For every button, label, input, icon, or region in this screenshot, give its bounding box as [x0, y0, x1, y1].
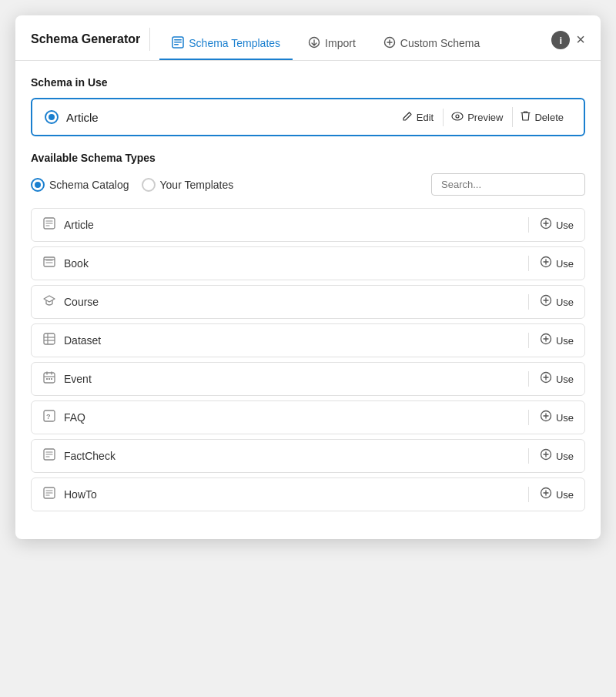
modal-header: Schema Generator Schema Templates [15, 15, 601, 61]
delete-button[interactable]: Delete [512, 107, 571, 127]
svg-rect-38 [46, 378, 48, 380]
modal-title: Schema Generator [31, 32, 140, 55]
howto-use-label: Use [556, 489, 574, 501]
schema-catalog-radio [31, 178, 45, 192]
factcheck-icon [42, 447, 56, 464]
schema-item-howto-left: HowTo [42, 486, 97, 503]
faq-use-container: Use [528, 410, 574, 425]
schema-in-use-left: Article [45, 110, 99, 124]
svg-text:?: ? [46, 413, 51, 421]
article-name: Article [64, 219, 94, 231]
article-use-button[interactable]: Use [540, 217, 574, 233]
faq-name: FAQ [64, 411, 85, 424]
svg-rect-3 [174, 44, 179, 45]
faq-icon: ? [42, 409, 56, 426]
preview-label: Preview [467, 112, 503, 123]
modal-body: Schema in Use Article Edit [15, 61, 601, 539]
howto-use-button[interactable]: Use [540, 487, 574, 502]
schema-item-faq-left: ? FAQ [42, 409, 85, 426]
svg-rect-39 [49, 378, 50, 380]
howto-name: HowTo [64, 488, 97, 501]
dataset-use-label: Use [556, 335, 574, 347]
factcheck-use-icon [540, 448, 552, 464]
filter-your-templates[interactable]: Your Templates [142, 178, 234, 192]
course-use-button[interactable]: Use [540, 294, 574, 310]
article-use-container: Use [528, 217, 574, 233]
faq-use-button[interactable]: Use [540, 410, 574, 425]
dataset-icon [42, 332, 56, 349]
course-use-label: Use [556, 297, 574, 308]
schema-item-dataset: Dataset Use [31, 323, 585, 357]
event-use-icon [540, 371, 552, 387]
event-use-container: Use [528, 371, 574, 387]
factcheck-use-label: Use [556, 451, 574, 462]
schema-list: Article Use [31, 208, 585, 511]
close-button[interactable]: × [576, 32, 585, 56]
dataset-use-container: Use [528, 333, 574, 348]
schema-generator-modal: Schema Generator Schema Templates [15, 15, 601, 539]
svg-rect-27 [44, 333, 55, 344]
tab-import-label: Import [325, 37, 356, 49]
dataset-use-icon [540, 333, 552, 348]
tab-schema-templates-label: Schema Templates [189, 37, 280, 49]
filter-schema-catalog[interactable]: Schema Catalog [31, 178, 129, 192]
tab-schema-templates[interactable]: Schema Templates [159, 28, 293, 60]
svg-point-8 [452, 112, 463, 120]
howto-icon [42, 486, 56, 503]
edit-button[interactable]: Edit [394, 108, 441, 127]
tabs-container: Schema Generator Schema Templates [31, 28, 492, 60]
schema-in-use-card: Article Edit [31, 98, 585, 136]
svg-rect-2 [174, 42, 182, 43]
event-icon [42, 370, 56, 387]
svg-rect-40 [51, 378, 52, 380]
schema-item-event-left: Event [42, 370, 92, 387]
factcheck-use-button[interactable]: Use [540, 448, 574, 464]
svg-rect-34 [44, 373, 55, 383]
schema-templates-icon [172, 36, 184, 51]
svg-rect-1 [174, 39, 182, 41]
course-use-container: Use [528, 294, 574, 310]
available-schema-title: Available Schema Types [31, 152, 585, 164]
schema-in-use-section: Schema in Use Article Edit [31, 76, 585, 136]
event-name: Event [64, 373, 92, 385]
dataset-use-button[interactable]: Use [540, 333, 574, 348]
event-use-button[interactable]: Use [540, 371, 574, 387]
factcheck-use-container: Use [528, 448, 574, 464]
svg-rect-17 [44, 257, 55, 266]
tab-custom-schema-label: Custom Schema [400, 37, 480, 49]
schema-item-article-left: Article [42, 216, 94, 233]
book-name: Book [64, 257, 89, 270]
event-use-label: Use [556, 374, 574, 385]
your-templates-label: Your Templates [160, 179, 234, 191]
dataset-name: Dataset [64, 334, 101, 347]
schema-catalog-label: Schema Catalog [49, 179, 129, 191]
preview-button[interactable]: Preview [443, 109, 511, 126]
schema-item-factcheck-left: FactCheck [42, 447, 116, 464]
schema-item-book: Book Use [31, 246, 585, 280]
course-name: Course [64, 296, 99, 308]
schema-item-faq: ? FAQ [31, 400, 585, 434]
svg-point-9 [456, 115, 459, 118]
howto-use-container: Use [528, 487, 574, 502]
schema-item-book-left: Book [42, 255, 89, 272]
custom-schema-icon [383, 36, 396, 51]
schema-item-course: Course Use [31, 285, 585, 319]
course-use-icon [540, 294, 552, 310]
search-input[interactable] [431, 173, 585, 196]
tab-custom-schema[interactable]: Custom Schema [371, 28, 492, 60]
factcheck-name: FactCheck [64, 450, 116, 462]
edit-label: Edit [417, 112, 434, 123]
schema-item-article: Article Use [31, 208, 585, 242]
preview-icon [451, 112, 464, 123]
tab-import[interactable]: Import [296, 28, 368, 60]
faq-use-icon [540, 410, 552, 425]
delete-icon [521, 110, 531, 124]
filter-row: Schema Catalog Your Templates [31, 173, 585, 196]
schema-item-course-left: Course [42, 293, 99, 310]
info-button[interactable]: i [551, 31, 570, 49]
book-icon [42, 255, 56, 272]
faq-use-label: Use [556, 412, 574, 424]
book-use-button[interactable]: Use [540, 256, 574, 271]
current-schema-label: Article [66, 111, 99, 124]
delete-label: Delete [534, 112, 564, 123]
